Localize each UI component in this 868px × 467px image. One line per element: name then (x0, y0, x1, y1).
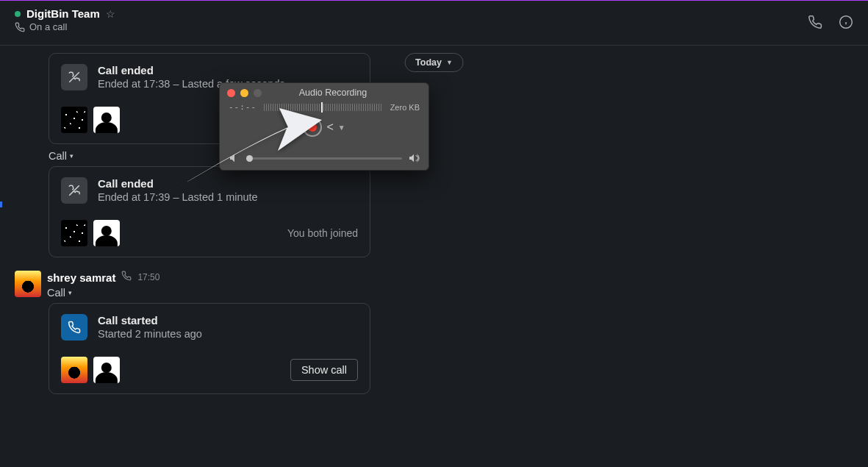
star-icon[interactable]: ☆ (106, 8, 115, 20)
volume-low-icon (229, 152, 240, 164)
channel-header: DigitBin Team ☆ On a call (0, 0, 868, 46)
call-card: Call ended Ended at 17:39 – Lasted 1 min… (49, 166, 370, 257)
audio-recording-window[interactable]: Audio Recording --:-- Zero KB < ▼ (219, 82, 429, 171)
call-dropdown[interactable]: Call ▾ (49, 150, 868, 162)
call-card: Call started Started 2 minutes ago Show … (49, 303, 370, 394)
title-row[interactable]: DigitBin Team ☆ (15, 7, 115, 20)
date-divider[interactable]: Today ▼ (404, 53, 464, 72)
call-status-title: Call ended (98, 177, 258, 190)
call-ended-icon (61, 64, 87, 90)
status-text: On a call (29, 21, 67, 32)
volume-slider[interactable] (246, 157, 402, 160)
volume-high-icon (408, 152, 420, 164)
svg-line-4 (69, 185, 79, 196)
call-button[interactable] (808, 15, 822, 29)
avatar[interactable] (61, 357, 87, 383)
message-pane: Today ▼ Call ended Ended at 17:38 – Last… (0, 46, 868, 467)
avatar[interactable] (93, 107, 120, 133)
message-time: 17:50 (137, 272, 159, 282)
show-call-button[interactable]: Show call (290, 359, 358, 381)
user-avatar[interactable] (15, 271, 41, 297)
chevron-down-icon: ▼ (446, 59, 453, 66)
info-button[interactable] (839, 15, 853, 29)
record-button[interactable] (303, 118, 322, 137)
avatar[interactable] (93, 220, 120, 246)
message-row: shrey samrat 17:50 Call ▾ (15, 271, 868, 303)
window-titlebar[interactable]: Audio Recording (220, 83, 428, 99)
call-active-icon (61, 314, 87, 341)
channel-name: DigitBin Team (26, 7, 100, 20)
call-status-title: Call ended (98, 64, 285, 76)
window-title: Audio Recording (245, 88, 421, 98)
recording-size: Zero KB (390, 103, 420, 112)
participant-avatars (61, 107, 120, 133)
avatar[interactable] (61, 220, 87, 246)
call-status-sub: Started 2 minutes ago (98, 328, 202, 340)
call-status-title: Call started (98, 314, 202, 327)
status-row: On a call (15, 21, 115, 32)
call-dropdown[interactable]: Call ▾ (47, 287, 159, 299)
header-left: DigitBin Team ☆ On a call (15, 7, 115, 32)
chevron-down-icon[interactable]: ▼ (338, 124, 345, 132)
caret-down-icon: ▾ (68, 289, 72, 296)
call-status-sub: Ended at 17:39 – Lasted 1 minute (98, 191, 258, 203)
participant-avatars (61, 220, 120, 246)
header-right (808, 7, 853, 29)
avatar[interactable] (93, 357, 120, 383)
svg-line-3 (69, 72, 79, 82)
phone-icon (121, 271, 132, 284)
date-label: Today (415, 57, 442, 68)
caret-down-icon: ▾ (70, 152, 73, 160)
avatar[interactable] (61, 107, 87, 133)
recording-time: --:-- (229, 102, 257, 112)
author-name[interactable]: shrey samrat (47, 271, 115, 284)
call-ended-icon (61, 177, 87, 204)
close-icon[interactable] (227, 89, 235, 97)
joined-text: You both joined (287, 227, 358, 239)
participant-avatars (61, 357, 120, 383)
phone-icon (15, 22, 25, 32)
presence-dot (15, 11, 21, 17)
audio-waveform (264, 104, 383, 111)
